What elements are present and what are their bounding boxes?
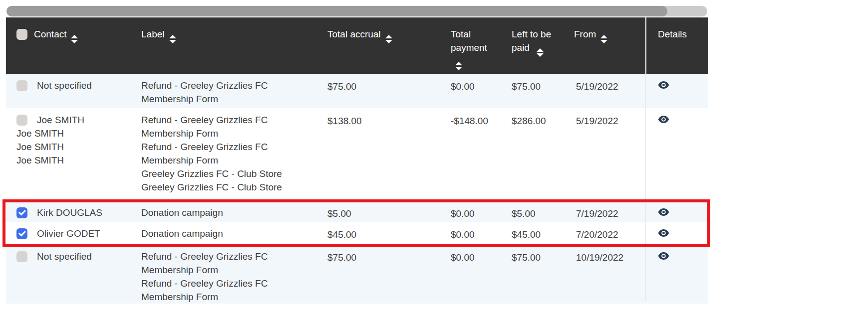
left-to-be-paid-value: $286.00 <box>512 108 574 201</box>
column-header-left-to-be-paid[interactable]: Left to be paid <box>512 17 574 74</box>
sort-arrows-icon[interactable] <box>385 35 392 43</box>
column-label: Total accrual <box>327 29 381 39</box>
contact-name: Not specified <box>37 80 92 91</box>
label-item: Greeley Grizzlies FC - Club Store <box>141 180 293 194</box>
row-checkbox[interactable] <box>16 80 27 91</box>
label-item: Refund - Greeley Grizzlies FC Membership… <box>141 277 293 304</box>
details-cell <box>645 74 708 108</box>
label-cell: Refund - Greeley Grizzlies FC Membership… <box>141 108 327 201</box>
contact-name: Joe SMITH <box>37 115 84 125</box>
label-cell: Refund - Greeley Grizzlies FC Membership… <box>141 74 327 108</box>
label-item: Greeley Grizzlies FC - Club Store <box>141 167 293 180</box>
details-column-divider <box>645 74 646 301</box>
total-accrual-value: $75.00 <box>327 245 451 304</box>
column-header-contact[interactable]: Contact <box>6 17 141 74</box>
sort-arrows-icon[interactable] <box>537 48 544 57</box>
horizontal-scrollbar-thumb[interactable] <box>6 6 667 16</box>
column-label: From <box>574 29 596 39</box>
select-all-checkbox[interactable] <box>16 29 27 40</box>
view-details-eye-icon[interactable] <box>658 250 669 263</box>
table-row: Not specified Refund - Greeley Grizzlies… <box>6 74 708 108</box>
view-details-eye-icon[interactable] <box>658 113 669 127</box>
from-date: 10/19/2022 <box>574 245 645 304</box>
contact-name: Joe SMITH <box>16 140 141 154</box>
row-checkbox[interactable] <box>16 115 27 126</box>
column-label: Label <box>141 29 165 39</box>
total-payment-value: $0.00 <box>451 74 512 108</box>
payments-table: Contact Label Total accrual Total paymen… <box>6 17 708 304</box>
highlight-rectangle <box>2 199 710 247</box>
label-cell: Refund - Greeley Grizzlies FC Membership… <box>141 245 327 304</box>
left-to-be-paid-value: $75.00 <box>512 245 574 304</box>
sort-arrows-icon[interactable] <box>600 35 607 43</box>
table-row: Not specified Refund - Greeley Grizzlies… <box>6 245 708 304</box>
table-header: Contact Label Total accrual Total paymen… <box>6 17 708 74</box>
label-item: Refund - Greeley Grizzlies FC Membership… <box>141 79 293 106</box>
table-row: Joe SMITH Joe SMITHJoe SMITHJoe SMITH Re… <box>6 108 708 201</box>
column-header-from[interactable]: From <box>574 17 645 74</box>
column-label: Left to be paid <box>512 29 551 53</box>
column-label: Details <box>658 29 687 39</box>
total-payment-value: -$148.00 <box>451 108 512 201</box>
total-payment-value: $0.00 <box>451 245 512 304</box>
view-details-eye-icon[interactable] <box>658 79 669 92</box>
label-item: Refund - Greeley Grizzlies FC Membership… <box>141 113 293 140</box>
from-date: 5/19/2022 <box>574 108 645 201</box>
details-cell <box>645 108 708 201</box>
column-header-label[interactable]: Label <box>141 17 327 74</box>
contact-cell: Joe SMITH Joe SMITHJoe SMITHJoe SMITH <box>6 108 141 201</box>
left-to-be-paid-value: $75.00 <box>512 74 574 108</box>
total-accrual-value: $138.00 <box>327 108 451 201</box>
contact-cell: Not specified <box>6 245 141 304</box>
column-header-details: Details <box>645 17 708 74</box>
horizontal-scrollbar-track[interactable] <box>6 6 707 16</box>
contact-cell: Not specified <box>6 74 141 108</box>
contact-name: Joe SMITH <box>16 154 141 167</box>
from-date: 5/19/2022 <box>574 74 645 108</box>
row-checkbox[interactable] <box>16 251 27 262</box>
table-body: Not specified Refund - Greeley Grizzlies… <box>6 74 708 304</box>
sort-arrows-icon[interactable] <box>71 35 78 43</box>
contact-name: Joe SMITH <box>16 127 141 140</box>
sort-arrows-icon[interactable] <box>169 35 176 43</box>
sort-arrows-icon[interactable] <box>455 62 462 70</box>
column-label: Contact <box>34 29 66 39</box>
total-accrual-value: $75.00 <box>327 74 451 108</box>
label-item: Refund - Greeley Grizzlies FC Membership… <box>141 140 293 167</box>
column-header-total-payment[interactable]: Total payment <box>451 17 512 74</box>
details-cell <box>645 245 708 304</box>
contact-name: Not specified <box>37 251 92 262</box>
column-label: Total payment <box>451 29 487 53</box>
column-header-total-accrual[interactable]: Total accrual <box>327 17 451 74</box>
label-item: Refund - Greeley Grizzlies FC Membership… <box>141 250 293 277</box>
